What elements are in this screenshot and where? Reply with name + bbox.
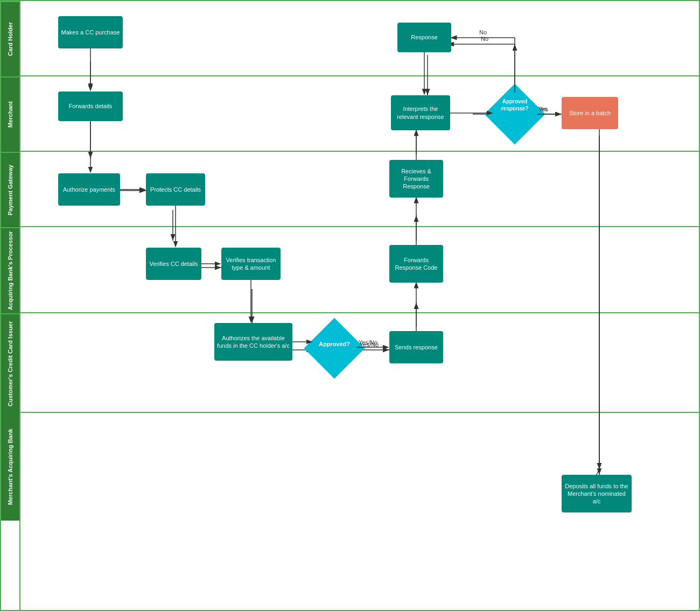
- authorize-payments-box: Authorize payments: [58, 173, 120, 206]
- forwards-details-box: Forwards details: [58, 92, 123, 121]
- approved-diamond: [304, 318, 365, 378]
- approved-response-diamond-container: Approved response?: [493, 93, 536, 136]
- lane-acquiringbank: [20, 227, 699, 313]
- verifies-cc-box: Verifies CC details: [146, 248, 201, 280]
- lane-label-cardholder: Card Holder: [1, 1, 19, 76]
- protects-cc-box: Protects CC details: [146, 173, 205, 206]
- store-in-batch-box: Store in a batch: [562, 97, 618, 129]
- receives-forwards-box: Recieves & Forwards Response: [389, 160, 443, 198]
- verifies-transaction-box: Verifies transaction type & amount: [221, 248, 281, 280]
- approved-response-text: Approved response?: [496, 98, 534, 112]
- lane-label-merchantacquiring: Merchant's Acquiring Bank: [1, 413, 19, 521]
- lane-ccissuer: [20, 313, 699, 413]
- diagram-container: Card Holder Merchant Payment Gateway Acq…: [0, 0, 700, 611]
- swim-lanes: Yes/No Yes No: [20, 1, 699, 610]
- approved-diamond-container: Approved?: [313, 327, 356, 370]
- approved-text: Approved?: [318, 340, 351, 348]
- makes-cc-box: Makes a CC purchase: [58, 16, 123, 48]
- response-box: Response: [397, 23, 451, 52]
- lane-label-acquiring: Acquiring Bank's Processor: [1, 227, 19, 313]
- forwards-response-code-box: Forwards Response Code: [389, 245, 443, 283]
- lane-label-ccissuer: Customer's Credit Card Issuer: [1, 313, 19, 413]
- lane-label-gateway: Payment Gateway: [1, 152, 19, 227]
- deposits-box: Deposits all funds to the Merchant's nom…: [562, 475, 632, 512]
- lane-gateway: [20, 152, 699, 227]
- interprets-box: Interprets the relevant response: [391, 95, 450, 130]
- swim-lane-labels: Card Holder Merchant Payment Gateway Acq…: [1, 1, 20, 610]
- sends-response-box: Sends response: [389, 331, 443, 363]
- authorizes-funds-box: Authorizes the available funds in the CC…: [214, 323, 292, 361]
- lane-label-merchant: Merchant: [1, 76, 19, 152]
- approved-response-diamond: [484, 83, 545, 144]
